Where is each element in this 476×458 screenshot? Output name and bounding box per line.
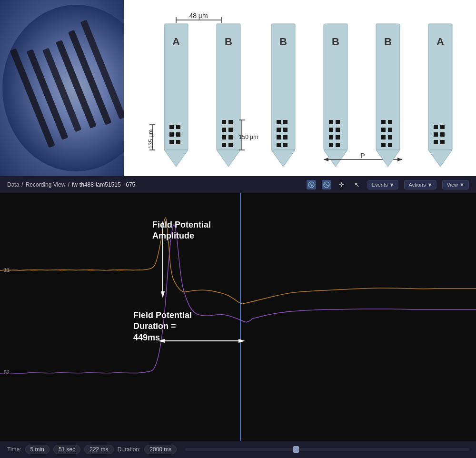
svg-rect-53 <box>329 120 333 124</box>
svg-rect-15 <box>176 125 180 129</box>
waveform-svg <box>0 193 476 441</box>
top-section: 48 µm A 135 µm B <box>0 0 476 176</box>
time-label: Time: <box>7 446 21 453</box>
svg-rect-69 <box>388 120 392 124</box>
waveform-icon[interactable] <box>322 180 331 189</box>
svg-marker-62 <box>324 158 328 161</box>
svg-rect-56 <box>336 128 340 132</box>
waveform-area: 11 52 <box>0 193 476 441</box>
pointer-icon[interactable]: ↖ <box>352 180 362 189</box>
svg-text:B: B <box>332 36 339 48</box>
svg-rect-18 <box>169 140 174 144</box>
breadcrumb: Data / Recording View / fw-th488-lam5151… <box>7 181 135 188</box>
svg-rect-55 <box>329 128 333 132</box>
spike-icon[interactable] <box>307 180 316 189</box>
svg-text:B: B <box>225 36 232 48</box>
recording-header: Data / Recording View / fw-th488-lam5151… <box>0 176 476 193</box>
time-222ms[interactable]: 222 ms <box>84 445 113 454</box>
svg-text:A: A <box>172 36 180 48</box>
recording-view: Data / Recording View / fw-th488-lam5151… <box>0 176 476 458</box>
svg-text:135 µm: 135 µm <box>148 129 154 149</box>
svg-rect-14 <box>169 125 174 129</box>
svg-rect-60 <box>336 143 340 147</box>
svg-text:48 µm: 48 µm <box>189 12 208 20</box>
breadcrumb-recording-view[interactable]: Recording View <box>26 181 66 188</box>
svg-rect-81 <box>434 132 438 137</box>
svg-text:B: B <box>384 36 392 48</box>
fp-amplitude-annotation: Field Potential Amplitude <box>152 219 211 242</box>
svg-rect-80 <box>440 125 445 129</box>
header-controls: ✛ ↖ Events ▼ Actions ▼ View ▼ <box>307 180 469 189</box>
svg-marker-90 <box>161 291 165 298</box>
svg-text:P: P <box>360 152 365 159</box>
svg-rect-31 <box>222 135 226 139</box>
svg-marker-77 <box>428 150 452 167</box>
svg-marker-40 <box>271 150 295 167</box>
svg-rect-29 <box>222 128 226 132</box>
svg-rect-72 <box>381 135 386 139</box>
microscope-image <box>0 0 124 176</box>
svg-marker-66 <box>376 150 400 167</box>
svg-rect-82 <box>440 132 445 137</box>
svg-rect-17 <box>176 132 180 137</box>
svg-rect-79 <box>434 125 438 129</box>
svg-rect-48 <box>277 143 281 147</box>
svg-rect-28 <box>228 120 233 124</box>
svg-rect-44 <box>277 128 281 132</box>
svg-marker-12 <box>164 150 188 167</box>
bottom-toolbar: Time: 5 min 51 sec 222 ms Duration: 2000… <box>0 441 476 458</box>
svg-rect-33 <box>222 143 226 147</box>
time-51sec[interactable]: 51 sec <box>53 445 80 454</box>
svg-rect-42 <box>277 120 281 124</box>
microscope-svg <box>0 0 124 176</box>
svg-rect-73 <box>388 135 392 139</box>
svg-rect-45 <box>283 128 288 132</box>
svg-rect-70 <box>381 128 386 132</box>
svg-text:B: B <box>279 36 287 48</box>
view-button[interactable]: View ▼ <box>442 180 469 189</box>
svg-rect-54 <box>336 120 340 124</box>
svg-rect-75 <box>388 143 392 147</box>
svg-rect-84 <box>440 140 445 144</box>
svg-text:A: A <box>436 36 444 48</box>
probe-diagram: 48 µm A 135 µm B <box>124 0 476 176</box>
svg-rect-47 <box>283 135 288 139</box>
fp-amplitude-label: Field Potential Amplitude <box>152 219 211 242</box>
fp-duration-annotation: Field Potential Duration = 449ms <box>133 310 192 343</box>
svg-marker-93 <box>238 339 245 343</box>
svg-rect-27 <box>222 120 226 124</box>
svg-rect-32 <box>228 135 233 139</box>
scrubber-track[interactable] <box>185 448 469 451</box>
scrubber-thumb[interactable] <box>293 446 299 453</box>
actions-button[interactable]: Actions ▼ <box>404 180 436 189</box>
svg-marker-25 <box>217 150 240 167</box>
svg-rect-46 <box>277 135 281 139</box>
svg-rect-71 <box>388 128 392 132</box>
svg-rect-34 <box>228 143 233 147</box>
fp-duration-label: Field Potential Duration = 449ms <box>133 310 192 343</box>
time-5min[interactable]: 5 min <box>25 445 50 454</box>
svg-rect-57 <box>329 135 333 139</box>
svg-rect-30 <box>228 128 233 132</box>
svg-rect-49 <box>283 143 288 147</box>
svg-rect-19 <box>176 140 180 144</box>
svg-rect-68 <box>381 120 386 124</box>
cursor-icon[interactable]: ✛ <box>337 180 347 189</box>
svg-rect-43 <box>283 120 288 124</box>
probe-svg: 48 µm A 135 µm B <box>138 10 462 186</box>
svg-rect-74 <box>381 143 386 147</box>
breadcrumb-data[interactable]: Data <box>7 181 19 188</box>
svg-rect-83 <box>434 140 438 144</box>
svg-rect-59 <box>329 143 333 147</box>
breadcrumb-file: fw-th488-lam51515 - 675 <box>72 181 135 188</box>
svg-marker-63 <box>397 158 402 161</box>
svg-rect-58 <box>336 135 340 139</box>
duration-value[interactable]: 2000 ms <box>144 445 177 454</box>
svg-rect-16 <box>169 132 174 137</box>
duration-label: Duration: <box>118 446 141 453</box>
events-button[interactable]: Events ▼ <box>367 180 399 189</box>
svg-text:150 µm: 150 µm <box>239 134 258 140</box>
